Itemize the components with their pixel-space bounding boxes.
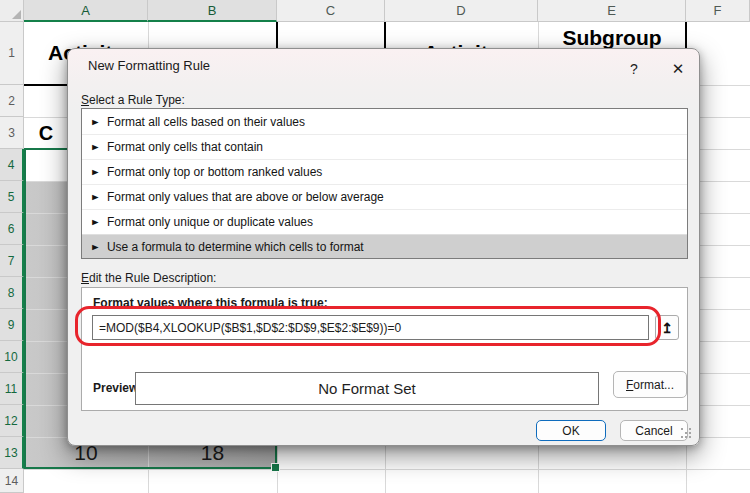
row-header-6[interactable]: 6 (0, 213, 24, 245)
close-icon[interactable]: ✕ (664, 56, 692, 81)
row-header-4[interactable]: 4 (0, 149, 24, 181)
formula-input[interactable]: =MOD($B4,XLOOKUP($B$1,$D$2:$D$9,$E$2:$E$… (92, 315, 649, 340)
help-button[interactable]: ? (620, 56, 648, 81)
row-header-7[interactable]: 7 (0, 245, 24, 277)
row-header-11[interactable]: 11 (0, 373, 24, 405)
cell-a3[interactable]: C (24, 117, 68, 149)
rule-item-arrow-icon: ► (90, 117, 101, 127)
row-header-3[interactable]: 3 (0, 117, 24, 149)
rule-description-groupbox: Format values where this formula is true… (81, 287, 688, 411)
resize-grip[interactable] (681, 428, 693, 440)
rule-item-arrow-icon: ► (90, 167, 101, 177)
row-header-1[interactable]: 1 (0, 22, 24, 85)
rule-type-item[interactable]: ►Format only top or bottom ranked values (82, 159, 687, 184)
row-header-9[interactable]: 9 (0, 309, 24, 341)
rule-type-listbox: ►Format all cells based on their values … (81, 108, 688, 259)
gridline (24, 469, 750, 470)
new-formatting-rule-dialog: New Formatting Rule ? ✕ Select a Rule Ty… (67, 48, 700, 446)
rule-type-item[interactable]: ►Format only values that are above or be… (82, 184, 687, 209)
row-header-10[interactable]: 10 (0, 341, 24, 373)
row-header-2[interactable]: 2 (0, 85, 24, 117)
column-header-b[interactable]: B (148, 0, 277, 22)
rule-type-item[interactable]: ►Format all cells based on their values (82, 109, 687, 134)
select-all-triangle-icon (12, 10, 21, 19)
column-header-d[interactable]: D (385, 0, 538, 22)
cancel-button[interactable]: Cancel (620, 420, 688, 441)
column-header-f[interactable]: F (686, 0, 750, 22)
dialog-title[interactable]: New Formatting Rule (88, 58, 210, 73)
rule-type-label: Use a formula to determine which cells t… (107, 240, 364, 254)
rule-type-item[interactable]: ►Format only unique or duplicate values (82, 209, 687, 234)
rule-type-item-selected[interactable]: ►Use a formula to determine which cells … (82, 234, 687, 259)
row-header-12[interactable]: 12 (0, 405, 24, 437)
rule-type-item[interactable]: ►Format only cells that contain (82, 134, 687, 159)
format-preview: No Format Set (135, 372, 599, 405)
edit-rule-description-label: Edit the Rule Description: (81, 271, 216, 285)
row-header-8[interactable]: 8 (0, 277, 24, 309)
row-header-13[interactable]: 13 (0, 437, 24, 469)
collapse-dialog-button[interactable]: ↥ (655, 315, 679, 340)
rule-type-label: Format only top or bottom ranked values (107, 165, 322, 179)
rule-item-arrow-icon: ► (90, 242, 101, 252)
select-all-button[interactable] (0, 0, 24, 22)
fill-handle[interactable] (271, 463, 280, 472)
row-header-5[interactable]: 5 (0, 181, 24, 213)
rule-item-arrow-icon: ► (90, 142, 101, 152)
rule-type-label: Format only cells that contain (107, 140, 263, 154)
rule-type-label: Format only values that are above or bel… (107, 190, 384, 204)
column-header-e[interactable]: E (538, 0, 686, 22)
rule-item-arrow-icon: ► (90, 217, 101, 227)
collapse-arrow-icon: ↥ (661, 320, 673, 336)
formula-label: Format values where this formula is true… (93, 296, 328, 310)
ok-button[interactable]: OK (536, 420, 606, 441)
rule-item-arrow-icon: ► (90, 192, 101, 202)
format-button[interactable]: Format... (613, 371, 687, 398)
row-header-14[interactable]: 14 (0, 469, 24, 493)
excel-window: Activity Activity Subgroup C 10 18 ABCDE… (0, 0, 750, 493)
column-header-a[interactable]: A (24, 0, 148, 22)
rule-type-label: Format only unique or duplicate values (107, 215, 313, 229)
select-rule-type-label: Select a Rule Type: (81, 93, 185, 107)
rule-type-label: Format all cells based on their values (107, 115, 305, 129)
column-header-c[interactable]: C (277, 0, 385, 22)
